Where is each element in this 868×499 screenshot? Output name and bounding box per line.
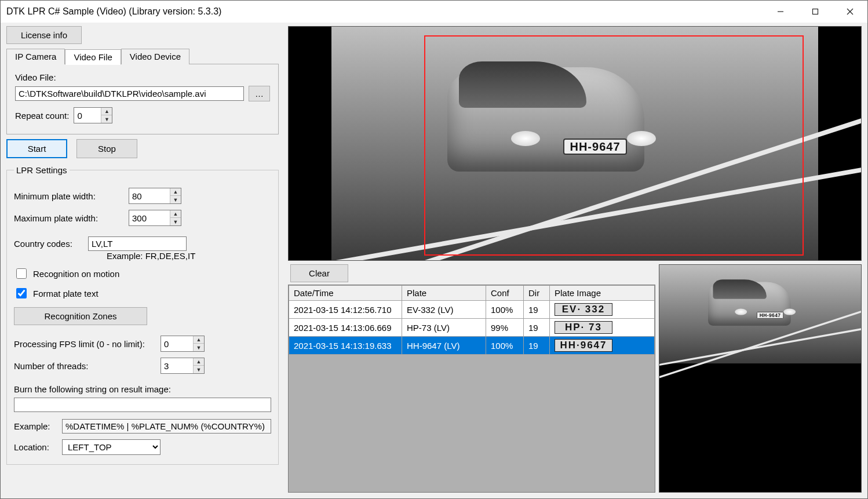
burn-location-select[interactable]: LEFT_TOP	[62, 439, 161, 455]
start-button[interactable]: Start	[6, 139, 67, 158]
fps-limit-input[interactable]: ▲▼	[161, 336, 205, 352]
burn-string-input[interactable]	[14, 398, 271, 412]
plate-image-thumb: EV· 332	[555, 303, 612, 316]
recognition-zones-button[interactable]: Recognition Zones	[14, 307, 147, 325]
svg-rect-1	[813, 9, 818, 14]
burn-example-value	[62, 419, 271, 434]
table-row[interactable]: 2021-03-15 14:13:19.633HH-9647 (LV)100%1…	[289, 337, 655, 355]
video-file-label: Video File:	[15, 72, 270, 82]
recognition-on-motion-checkbox[interactable]: Recognition on motion	[14, 267, 271, 281]
threads-input[interactable]: ▲▼	[161, 358, 205, 374]
country-codes-input[interactable]	[88, 236, 187, 251]
lpr-settings-group: LPR Settings Minimum plate width: ▲▼ Max…	[6, 165, 279, 465]
browse-button[interactable]: …	[249, 86, 270, 101]
repeat-count-input[interactable]: ▲▼	[74, 107, 112, 123]
results-table: Date/Time Plate Conf Dir Plate Image 202…	[289, 285, 655, 355]
burn-location-label: Location:	[14, 442, 57, 452]
max-plate-width-input[interactable]: ▲▼	[129, 210, 181, 226]
tab-video-file[interactable]: Video File	[65, 49, 121, 65]
table-row[interactable]: 2021-03-15 14:12:56.710EV-332 (LV)100%19…	[289, 301, 655, 319]
country-codes-example: Example: FR,DE,ES,IT	[107, 251, 271, 261]
max-plate-width-label: Maximum plate width:	[14, 213, 124, 223]
min-plate-width-input[interactable]: ▲▼	[129, 188, 181, 204]
tab-video-device[interactable]: Video Device	[121, 49, 189, 64]
titlebar: DTK LPR C# Sample (Video) (Library versi…	[1, 1, 867, 23]
app-window: DTK LPR C# Sample (Video) (Library versi…	[0, 0, 868, 499]
license-info-button[interactable]: License info	[6, 26, 82, 44]
table-row[interactable]: 2021-03-15 14:13:06.669HP-73 (LV)99%19HP…	[289, 319, 655, 337]
result-thumbnail: HH-9647	[659, 264, 862, 493]
threads-label: Number of threads:	[14, 361, 156, 371]
stop-button[interactable]: Stop	[76, 139, 137, 158]
plate-image-thumb: HH·9647	[555, 339, 612, 352]
video-file-panel: Video File: … Repeat count: ▲▼	[6, 64, 279, 134]
source-tabs: IP Camera Video File Video Device	[6, 49, 279, 64]
plate-image-thumb: HP· 73	[555, 321, 612, 334]
video-preview: HH-9647	[288, 26, 862, 261]
spinner-down-icon[interactable]: ▼	[101, 115, 112, 123]
burn-example-label: Example:	[14, 421, 57, 431]
roi-rectangle	[424, 35, 804, 256]
window-title: DTK LPR C# Sample (Video) (Library versi…	[6, 6, 763, 17]
minimize-button[interactable]	[763, 1, 798, 23]
burn-string-label: Burn the following string on result imag…	[14, 384, 271, 394]
repeat-count-label: Repeat count:	[15, 111, 69, 121]
min-plate-width-label: Minimum plate width:	[14, 191, 124, 201]
fps-limit-label: Processing FPS limit (0 - no limit):	[14, 339, 156, 349]
lpr-settings-legend: LPR Settings	[14, 165, 70, 175]
maximize-button[interactable]	[798, 1, 833, 23]
tab-ip-camera[interactable]: IP Camera	[6, 49, 65, 64]
video-file-path-input[interactable]	[15, 86, 244, 101]
table-header-row: Date/Time Plate Conf Dir Plate Image	[289, 286, 655, 301]
format-plate-text-checkbox[interactable]: Format plate text	[14, 286, 271, 300]
country-codes-label: Country codes:	[14, 239, 83, 249]
spinner-up-icon[interactable]: ▲	[101, 108, 112, 115]
close-button[interactable]	[833, 1, 867, 23]
clear-button[interactable]: Clear	[290, 264, 348, 282]
